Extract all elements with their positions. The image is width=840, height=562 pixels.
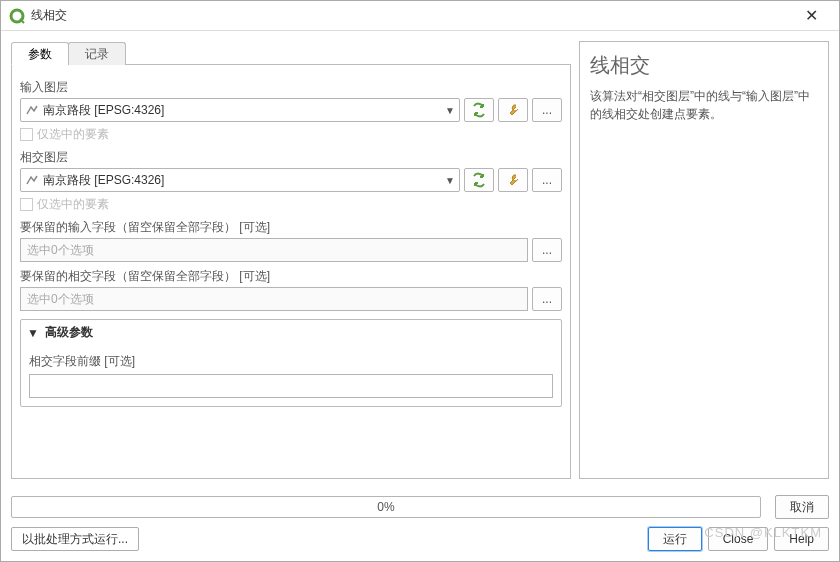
- ellipsis-icon: ...: [542, 103, 552, 117]
- iterate-button[interactable]: [464, 168, 494, 192]
- ellipsis-icon: ...: [542, 243, 552, 257]
- tab-bar: 参数 记录: [11, 41, 571, 65]
- prefix-label: 相交字段前缀 [可选]: [29, 353, 553, 370]
- input-only-selected-row: 仅选中的要素: [20, 126, 562, 143]
- intersect-layer-value: 南京路段 [EPSG:4326]: [43, 172, 445, 189]
- run-button[interactable]: 运行: [648, 527, 702, 551]
- line-layer-icon: [25, 173, 39, 187]
- main-area: 参数 记录 输入图层 南京路段 [EPSG:4326] ▼ ... 仅选中的要素…: [1, 31, 839, 489]
- advanced-header[interactable]: ▼ 高级参数: [21, 320, 561, 345]
- params-panel: 输入图层 南京路段 [EPSG:4326] ▼ ... 仅选中的要素 相交图层: [11, 65, 571, 479]
- window-title: 线相交: [31, 7, 791, 24]
- ellipsis-icon: ...: [542, 292, 552, 306]
- keep-input-fields-value: 选中0个选项: [27, 242, 94, 259]
- cancel-button[interactable]: 取消: [775, 495, 829, 519]
- tab-log[interactable]: 记录: [68, 42, 126, 65]
- progress-bar: 0%: [11, 496, 761, 518]
- bottom-bar: 0% 取消 以批处理方式运行... 运行 Close Help: [1, 489, 839, 561]
- intersect-only-selected-row: 仅选中的要素: [20, 196, 562, 213]
- advanced-options-button[interactable]: [498, 168, 528, 192]
- advanced-title: 高级参数: [45, 324, 93, 341]
- browse-button[interactable]: ...: [532, 98, 562, 122]
- refresh-icon: [470, 102, 488, 118]
- help-button[interactable]: Help: [774, 527, 829, 551]
- input-layer-combo[interactable]: 南京路段 [EPSG:4326] ▼: [20, 98, 460, 122]
- dropdown-arrow-icon: ▼: [445, 175, 455, 186]
- help-title: 线相交: [590, 52, 818, 79]
- keep-input-fields-field[interactable]: 选中0个选项: [20, 238, 528, 262]
- keep-intersect-fields-label: 要保留的相交字段（留空保留全部字段） [可选]: [20, 268, 562, 285]
- advanced-section: ▼ 高级参数 相交字段前缀 [可选]: [20, 319, 562, 407]
- intersect-only-selected-checkbox[interactable]: [20, 198, 33, 211]
- advanced-options-button[interactable]: [498, 98, 528, 122]
- input-only-selected-label: 仅选中的要素: [37, 126, 109, 143]
- wrench-icon: [505, 102, 521, 118]
- titlebar: 线相交 ✕: [1, 1, 839, 31]
- advanced-body: 相交字段前缀 [可选]: [21, 345, 561, 406]
- tab-params[interactable]: 参数: [11, 42, 69, 65]
- keep-input-fields-label: 要保留的输入字段（留空保留全部字段） [可选]: [20, 219, 562, 236]
- ellipsis-icon: ...: [542, 173, 552, 187]
- close-button[interactable]: Close: [708, 527, 769, 551]
- help-description: 该算法对“相交图层”中的线与“输入图层”中的线相交处创建点要素。: [590, 87, 818, 123]
- keep-intersect-fields-value: 选中0个选项: [27, 291, 94, 308]
- input-only-selected-checkbox[interactable]: [20, 128, 33, 141]
- input-layer-label: 输入图层: [20, 79, 562, 96]
- refresh-icon: [470, 172, 488, 188]
- browse-button[interactable]: ...: [532, 238, 562, 262]
- triangle-down-icon: ▼: [27, 326, 39, 340]
- prefix-input[interactable]: [29, 374, 553, 398]
- dropdown-arrow-icon: ▼: [445, 105, 455, 116]
- app-logo-icon: [9, 8, 25, 24]
- intersect-layer-combo[interactable]: 南京路段 [EPSG:4326] ▼: [20, 168, 460, 192]
- intersect-only-selected-label: 仅选中的要素: [37, 196, 109, 213]
- help-panel: 线相交 该算法对“相交图层”中的线与“输入图层”中的线相交处创建点要素。: [579, 41, 829, 479]
- intersect-layer-label: 相交图层: [20, 149, 562, 166]
- left-panel: 参数 记录 输入图层 南京路段 [EPSG:4326] ▼ ... 仅选中的要素…: [11, 41, 571, 479]
- wrench-icon: [505, 172, 521, 188]
- batch-run-button[interactable]: 以批处理方式运行...: [11, 527, 139, 551]
- browse-button[interactable]: ...: [532, 168, 562, 192]
- iterate-button[interactable]: [464, 98, 494, 122]
- line-layer-icon: [25, 103, 39, 117]
- window-close-button[interactable]: ✕: [791, 1, 831, 31]
- browse-button[interactable]: ...: [532, 287, 562, 311]
- input-layer-value: 南京路段 [EPSG:4326]: [43, 102, 445, 119]
- keep-intersect-fields-field[interactable]: 选中0个选项: [20, 287, 528, 311]
- progress-text: 0%: [377, 500, 394, 514]
